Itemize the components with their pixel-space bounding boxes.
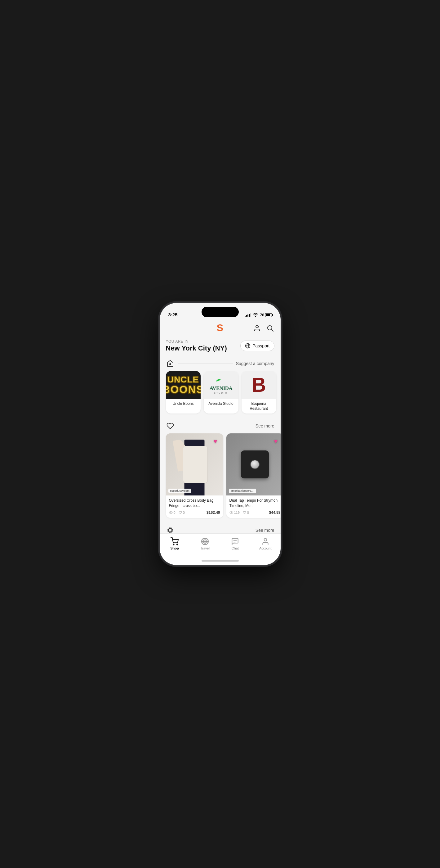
bag-meta: 0 0 $162.40 — [169, 510, 220, 515]
home-indicator — [160, 556, 281, 565]
phone-frame: 3:25 78 — [160, 303, 281, 565]
nav-item-account[interactable]: Account — [250, 537, 281, 550]
pedal-image-wrap: ♥ americanloopers.... — [226, 433, 281, 495]
pedal-source: americanloopers.... — [229, 489, 257, 493]
heart-meta-icon — [179, 511, 182, 514]
svg-point-46 — [264, 538, 267, 541]
account-icon — [261, 537, 269, 546]
search-button[interactable] — [266, 324, 274, 333]
tech-see-more-button[interactable]: See more — [256, 528, 274, 533]
avenida-name: Avenida Studio — [204, 399, 238, 409]
uncle-boons-name: Uncle Boons — [166, 399, 201, 409]
you-are-in-label: YOU ARE IN — [166, 339, 227, 344]
product-card-bag[interactable]: ♥ superfussy.com Oversized Cross Body Ba… — [166, 433, 223, 518]
store-pin-icon — [166, 359, 175, 368]
bag-info: Oversized Cross Body Bag Fringe - cross … — [166, 495, 223, 518]
tech-section-header: See more — [160, 523, 281, 533]
svg-point-8 — [170, 512, 171, 513]
home-bar — [202, 560, 239, 562]
status-time: 3:25 — [168, 312, 178, 317]
products-row: ♥ superfussy.com Oversized Cross Body Ba… — [160, 433, 281, 523]
nav-account-label: Account — [259, 547, 272, 550]
suggest-company-button[interactable]: Suggest a company — [236, 361, 274, 366]
nav-item-travel[interactable]: Travel — [190, 537, 220, 550]
uncle-boons-logo: UNCLE BOONS — [166, 371, 201, 399]
battery-icon: 78 — [260, 313, 272, 317]
svg-point-6 — [170, 364, 171, 365]
location-section: YOU ARE IN New York City (NY) Passport — [160, 337, 281, 356]
globe-passport-icon — [245, 343, 250, 349]
pedal-price: $44.93 — [269, 510, 281, 515]
tech-divider — [178, 530, 252, 530]
pedal-likes: 0 — [243, 511, 249, 515]
favorites-divider — [178, 426, 252, 426]
companies-divider — [178, 364, 233, 364]
bottom-nav: Shop Travel — [160, 533, 281, 556]
nav-shop-label: Shop — [171, 547, 179, 550]
svg-line-2 — [271, 330, 273, 331]
bag-views: 0 — [169, 511, 175, 515]
svg-rect-11 — [169, 529, 172, 532]
heart-meta-icon-2 — [243, 511, 246, 514]
svg-point-41 — [177, 544, 178, 545]
boqueria-logo: B — [242, 371, 276, 399]
travel-icon — [201, 537, 209, 546]
bag-title: Oversized Cross Body Bag Fringe - cross … — [169, 498, 220, 508]
bag-image-wrap: ♥ superfussy.com — [166, 433, 223, 495]
bag-favorite-button[interactable]: ♥ — [211, 436, 220, 446]
product-card-pedal[interactable]: ♥ americanloopers.... Dual Tap Tempo For… — [226, 433, 281, 518]
svg-point-10 — [231, 512, 232, 513]
eye-icon-2 — [230, 511, 233, 514]
signal-bars-icon — [245, 313, 251, 317]
pedal-info: Dual Tap Tempo For Strymon Timeline, Mo.… — [226, 495, 281, 518]
pedal-knob — [250, 460, 260, 469]
company-card-uncle-boons[interactable]: UNCLE BOONS Uncle Boons — [166, 371, 201, 413]
companies-row: UNCLE BOONS Uncle Boons — [160, 371, 281, 418]
company-card-boqueria[interactable]: B BoqueriaRestaurant — [242, 371, 276, 413]
app-logo: S — [217, 322, 223, 334]
favorites-see-more-button[interactable]: See more — [256, 424, 274, 428]
bag-source: superfussy.com — [168, 489, 191, 493]
bag-price: $162.40 — [206, 510, 220, 515]
nav-item-chat[interactable]: Chat — [220, 537, 250, 550]
pedal-meta: 119 0 $44.93 — [230, 510, 281, 515]
svg-point-0 — [256, 326, 258, 328]
header-icons — [253, 324, 274, 333]
boqueria-name: BoqueriaRestaurant — [242, 399, 276, 413]
location-text: YOU ARE IN New York City (NY) — [166, 339, 227, 352]
phone-screen: 3:25 78 — [160, 303, 281, 565]
cart-icon — [171, 537, 179, 546]
avenida-logo: AVENIDA STUDIO — [204, 371, 238, 399]
dynamic-island — [202, 307, 239, 317]
companies-section-header: Suggest a company — [160, 356, 281, 371]
pedal-views: 119 — [230, 511, 240, 515]
city-name: New York City (NY) — [166, 344, 227, 352]
pedal-title: Dual Tap Tempo For Strymon Timeline, Mo.… — [230, 498, 281, 508]
app-header: S — [160, 320, 281, 337]
nav-chat-label: Chat — [232, 547, 239, 550]
heart-icon — [166, 422, 175, 430]
pedal-favorite-button[interactable]: ♥ — [271, 436, 281, 446]
passport-button[interactable]: Passport — [240, 341, 274, 351]
passport-label: Passport — [252, 343, 269, 348]
chat-icon — [231, 537, 239, 546]
eye-icon — [169, 511, 173, 514]
battery-fill — [266, 314, 270, 316]
profile-button[interactable] — [253, 324, 261, 333]
favorites-section-header: See more — [160, 418, 281, 433]
nav-item-shop[interactable]: Shop — [160, 537, 190, 550]
pedal-box — [241, 451, 269, 478]
battery-level: 78 — [260, 313, 264, 317]
status-icons: 78 — [245, 313, 272, 317]
svg-point-40 — [173, 544, 174, 545]
bag-likes: 0 — [179, 511, 185, 515]
nav-travel-label: Travel — [200, 547, 210, 550]
scroll-content[interactable]: S — [160, 320, 281, 533]
avenida-leaf-icon — [215, 376, 227, 385]
wifi-icon — [253, 313, 258, 317]
battery-box — [265, 313, 272, 317]
company-card-avenida[interactable]: AVENIDA STUDIO Avenida Studio — [204, 371, 238, 413]
chip-icon — [166, 526, 175, 533]
